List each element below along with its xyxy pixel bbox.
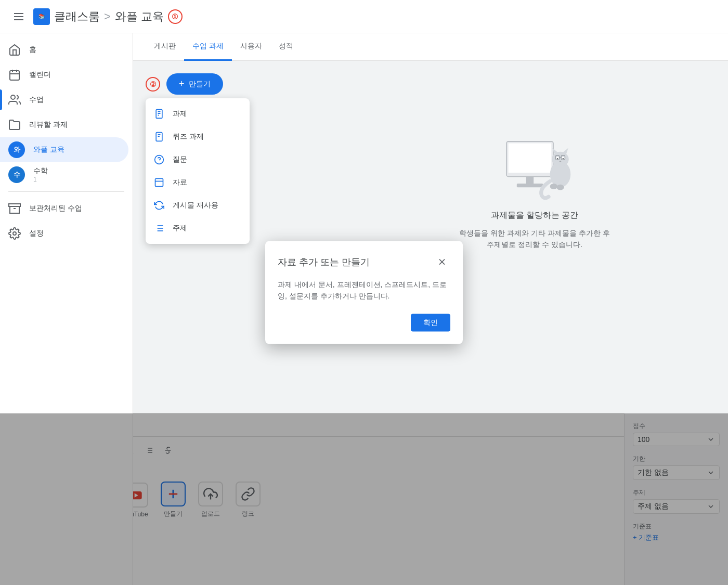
- svg-rect-29: [509, 144, 552, 173]
- sidebar-label-waffle: 와플 교육: [33, 145, 64, 154]
- material-icon: [154, 177, 164, 188]
- tabs-bar: 게시판 수업 과제 사용자 성적: [133, 33, 728, 61]
- sidebar-label-settings: 설정: [29, 229, 44, 238]
- empty-title: 과제물을 할당하는 공간: [491, 210, 579, 221]
- archive-icon: [8, 202, 21, 215]
- sidebar-item-home[interactable]: 홈: [0, 37, 128, 62]
- dropdown-item-topic[interactable]: 주제: [146, 217, 250, 240]
- sidebar-label-classes: 수업: [29, 95, 44, 105]
- dropdown-label-reuse: 게시물 재사용: [173, 201, 218, 210]
- tab-board[interactable]: 게시판: [146, 33, 184, 61]
- sidebar-label-math: 수학: [33, 166, 48, 176]
- question-icon: [154, 154, 164, 165]
- sidebar-label-review: 리뷰할 과제: [29, 120, 68, 129]
- app-logo: 📚: [33, 8, 50, 25]
- folder-icon: [8, 119, 21, 131]
- overlay: [0, 413, 728, 585]
- modal-close-button[interactable]: [434, 253, 450, 270]
- sidebar-item-archived[interactable]: 보관처리된 수업: [0, 196, 128, 221]
- svg-point-7: [11, 95, 15, 99]
- modal-dialog: 자료 추가 또는 만들기 과제 내에서 문서, 프레젠테이션, 스프레드시트, …: [265, 241, 463, 344]
- sidebar-item-math[interactable]: 수 수학 1: [0, 162, 128, 187]
- svg-point-40: [560, 161, 562, 162]
- modal-body: 과제 내에서 문서, 프레젠테이션, 스프레드시트, 드로잉, 설문지를 추가하…: [278, 278, 450, 302]
- tab-classwork[interactable]: 수업 과제: [184, 33, 232, 61]
- assignment-icon: [154, 109, 164, 119]
- svg-point-42: [556, 185, 564, 190]
- people-icon: [8, 94, 21, 106]
- home-icon: [8, 44, 21, 56]
- dropdown-item-assignment[interactable]: 과제: [146, 102, 250, 125]
- svg-point-39: [563, 158, 564, 160]
- dropdown-item-reuse[interactable]: 게시물 재사용: [146, 194, 250, 217]
- svg-rect-31: [517, 184, 543, 187]
- svg-point-41: [550, 184, 557, 189]
- breadcrumb: 클래스룸 > 와플 교육: [54, 9, 164, 24]
- svg-point-10: [13, 232, 16, 235]
- reuse-icon: [154, 200, 164, 211]
- empty-state: 과제물을 할당하는 공간 학생들을 위한 과제와 기타 과제물을 추가한 후 주…: [354, 126, 716, 251]
- topbar: 📚 클래스룸 > 와플 교육 ①: [0, 0, 728, 33]
- svg-point-38: [557, 158, 558, 160]
- modal-confirm-button[interactable]: 확인: [411, 314, 450, 332]
- step-badge-1: ①: [168, 9, 183, 24]
- dropdown-item-material[interactable]: 자료: [146, 171, 250, 194]
- dropdown-label-quiz: 퀴즈 과제: [173, 132, 204, 141]
- sidebar-label-math-sub: 1: [33, 176, 48, 183]
- svg-marker-35: [563, 148, 568, 154]
- empty-illustration: [488, 126, 581, 204]
- settings-icon: [8, 227, 21, 240]
- menu-icon[interactable]: [8, 6, 29, 27]
- calendar-icon: [8, 69, 21, 81]
- class-avatar-s: 수: [8, 166, 25, 183]
- tab-grades[interactable]: 성적: [270, 33, 302, 61]
- svg-point-33: [552, 152, 568, 167]
- sidebar-item-settings[interactable]: 설정: [0, 221, 128, 246]
- create-dropdown: 과제 퀴즈 과제: [146, 98, 250, 244]
- app-title: 클래스룸: [54, 9, 100, 24]
- sidebar-label-archived: 보관처리된 수업: [29, 204, 82, 213]
- dropdown-label-material: 자료: [173, 178, 187, 187]
- dropdown-label-assignment: 과제: [173, 109, 187, 119]
- topic-icon: [154, 223, 164, 233]
- dropdown-label-question: 질문: [173, 155, 187, 164]
- dropdown-label-topic: 주제: [173, 224, 187, 233]
- svg-rect-3: [10, 71, 19, 80]
- sidebar-item-classes[interactable]: 수업: [0, 87, 128, 112]
- modal-header: 자료 추가 또는 만들기: [278, 253, 450, 270]
- step-badge-2: ②: [146, 77, 160, 92]
- sidebar-label-calendar: 캘린더: [29, 70, 51, 80]
- modal-title: 자료 추가 또는 만들기: [278, 255, 370, 268]
- class-avatar-w: 와: [8, 141, 25, 158]
- quiz-icon: [154, 132, 164, 142]
- svg-rect-8: [9, 204, 20, 206]
- modal-footer: 확인: [278, 314, 450, 332]
- sidebar-label-home: 홈: [29, 45, 36, 55]
- sidebar-item-waffle-edu[interactable]: 와 와플 교육: [0, 137, 128, 162]
- create-button-label: 만들기: [189, 80, 211, 89]
- close-icon: [437, 256, 447, 267]
- breadcrumb-sep: >: [104, 10, 111, 23]
- dropdown-item-question[interactable]: 질문: [146, 148, 250, 171]
- sidebar-item-review[interactable]: 리뷰할 과제: [0, 112, 128, 137]
- create-section: ② + 만들기: [146, 73, 716, 95]
- svg-rect-20: [155, 179, 163, 187]
- class-name: 와플 교육: [115, 9, 164, 24]
- dropdown-item-quiz[interactable]: 퀴즈 과제: [146, 125, 250, 148]
- create-button[interactable]: + 만들기: [166, 73, 223, 95]
- sidebar-item-calendar[interactable]: 캘린더: [0, 62, 128, 87]
- tab-people[interactable]: 사용자: [232, 33, 270, 61]
- empty-desc: 학생들을 위한 과제와 기타 과제물을 추가한 후 주제별로 정리할 수 있습니…: [457, 227, 613, 251]
